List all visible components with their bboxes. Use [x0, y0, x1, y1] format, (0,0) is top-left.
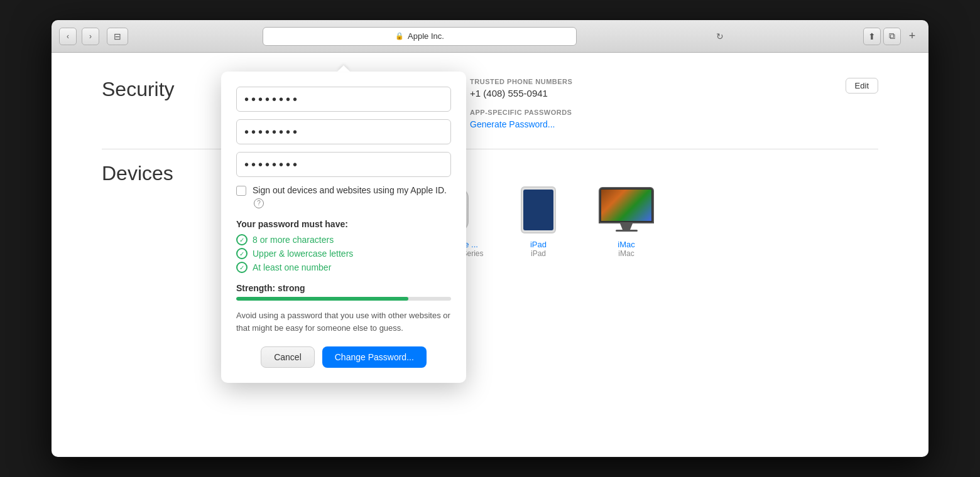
sidebar-button[interactable]: ⊟: [107, 28, 128, 45]
strength-bar-fill: [236, 297, 408, 301]
requirements-section: Your password must have: ✓ 8 or more cha…: [236, 219, 451, 273]
req-text-case: Upper & lowercase letters: [253, 249, 353, 259]
address-text: Apple Inc.: [408, 31, 444, 41]
device-item-ipad[interactable]: iPad iPad: [504, 185, 573, 267]
device-item-imac[interactable]: iMac iMac: [592, 185, 661, 267]
sign-out-row: Sign out devices and websites using my A…: [236, 185, 451, 209]
req-item-characters: ✓ 8 or more characters: [236, 234, 451, 245]
mac-frame: ‹ › ⊟ 🔒 Apple Inc. ↻ ⬆ ⧉ + Edit Security…: [50, 19, 930, 458]
change-password-modal: Sign out devices and websites using my A…: [221, 72, 466, 383]
req-text-characters: 8 or more characters: [253, 235, 334, 245]
app-specific-section: APP-SPECIFIC PASSWORDS Generate Password…: [470, 109, 572, 130]
confirm-password-field[interactable]: [236, 152, 451, 177]
address-bar[interactable]: 🔒 Apple Inc.: [263, 27, 577, 46]
req-item-case: ✓ Upper & lowercase letters: [236, 248, 451, 259]
strength-section: Strength: strong: [236, 283, 451, 301]
lock-icon: 🔒: [395, 32, 404, 40]
generate-password-link[interactable]: Generate Password...: [470, 119, 555, 129]
requirements-title: Your password must have:: [236, 219, 451, 229]
current-password-field[interactable]: [236, 87, 451, 112]
ipad-image: [513, 185, 564, 235]
sign-out-checkbox[interactable]: [236, 186, 246, 196]
edit-button[interactable]: Edit: [846, 78, 878, 94]
check-icon-number: ✓: [236, 262, 248, 273]
new-tab-button[interactable]: +: [903, 28, 921, 45]
avoid-text: Avoid using a password that you use with…: [236, 309, 451, 334]
share-button[interactable]: ⬆: [863, 28, 881, 45]
check-icon-case: ✓: [236, 248, 248, 259]
tabs-button[interactable]: ⧉: [883, 28, 901, 45]
imac-type: iMac: [618, 249, 634, 258]
new-password-field[interactable]: [236, 119, 451, 144]
page-content: Edit Security PASSWORD Change Password..…: [52, 53, 928, 292]
sign-out-label: Sign out devices and websites using my A…: [253, 185, 451, 209]
check-icon-characters: ✓: [236, 234, 248, 245]
strength-label: Strength: strong: [236, 283, 451, 293]
security-section: Security PASSWORD Change Password... TRU…: [102, 78, 878, 130]
imac-image: [601, 185, 651, 235]
reload-button[interactable]: ↻: [711, 28, 729, 45]
phone-number: +1 (408) 555-0941: [470, 88, 572, 99]
req-text-number: At least one number: [253, 262, 331, 272]
security-title: Security: [102, 78, 215, 101]
browser-content: Edit Security PASSWORD Change Password..…: [52, 53, 928, 457]
devices-title: Devices: [102, 162, 215, 185]
imac-icon: [599, 187, 654, 232]
divider: [102, 149, 878, 149]
trusted-phone-section: TRUSTED PHONE NUMBERS +1 (408) 555-0941 …: [470, 78, 572, 130]
strength-bar-container: [236, 297, 451, 301]
browser-chrome: ‹ › ⊟ 🔒 Apple Inc. ↻ ⬆ ⧉ +: [52, 20, 928, 53]
change-password-submit-button[interactable]: Change Password...: [322, 346, 427, 368]
help-icon[interactable]: ?: [254, 198, 264, 208]
ipad-type: iPad: [531, 249, 546, 258]
modal-buttons: Cancel Change Password...: [236, 346, 451, 368]
cancel-button[interactable]: Cancel: [261, 346, 315, 368]
devices-section: Devices ow. Learn more › Apple TV: [102, 162, 878, 267]
ipad-name[interactable]: iPad: [530, 240, 547, 249]
back-button[interactable]: ‹: [59, 28, 77, 45]
req-item-number: ✓ At least one number: [236, 262, 451, 273]
ipad-icon: [521, 186, 556, 233]
forward-button[interactable]: ›: [82, 28, 99, 45]
imac-name[interactable]: iMac: [618, 240, 634, 249]
trusted-phones-label: TRUSTED PHONE NUMBERS: [470, 78, 572, 85]
app-specific-label: APP-SPECIFIC PASSWORDS: [470, 109, 572, 116]
toolbar-actions: ⬆ ⧉ +: [863, 28, 921, 45]
